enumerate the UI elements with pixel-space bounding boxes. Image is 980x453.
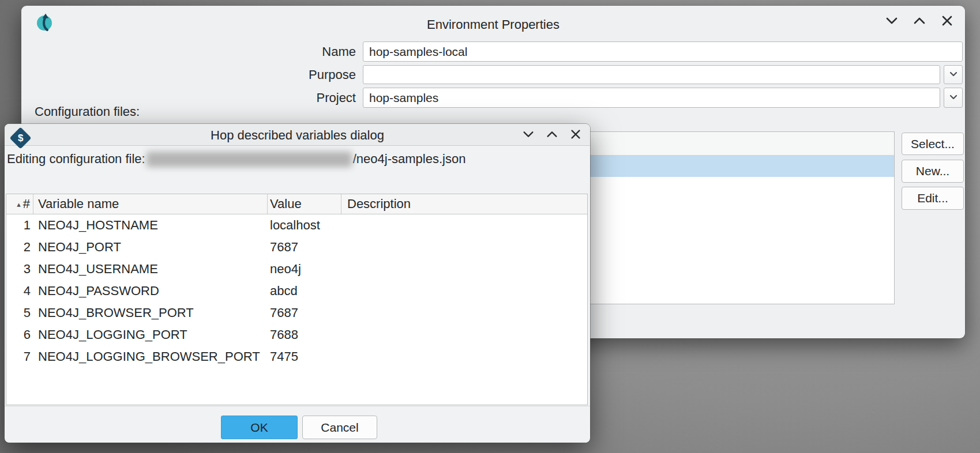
described-variables-dialog: $ Hop described variables dialog Editing — [5, 124, 590, 443]
table-row[interactable]: 4 NEO4J_PASSWORD abcd — [6, 280, 587, 302]
column-header-num[interactable]: ▴ # — [6, 194, 33, 214]
table-row[interactable]: 7 NEO4J_LOGGING_BROWSER_PORT 7475 — [6, 346, 587, 368]
dialog-title: Hop described variables dialog — [5, 128, 590, 143]
chevron-up-icon — [913, 14, 926, 29]
table-row[interactable]: 1 NEO4J_HOSTNAME localhost — [6, 214, 587, 236]
table-row[interactable]: 3 NEO4J_USERNAME neo4j — [6, 258, 587, 280]
editing-file-line: Editing configuration file: /neo4j-sampl… — [7, 150, 465, 168]
table-header-row: ▴ # Variable name Value Description — [6, 194, 587, 214]
chevron-down-icon — [885, 14, 899, 29]
purpose-label: Purpose — [212, 65, 356, 84]
column-header-value[interactable]: Value — [268, 194, 341, 214]
name-label: Name — [212, 41, 356, 62]
column-header-description[interactable]: Description — [341, 194, 587, 214]
project-label: Project — [212, 88, 356, 108]
window-title: Environment Properties — [21, 17, 965, 32]
maximize-button[interactable] — [912, 14, 927, 29]
chevron-down-icon — [949, 69, 958, 80]
dialog-controls — [521, 129, 582, 142]
table-row[interactable]: 5 NEO4J_BROWSER_PORT 7687 — [6, 302, 587, 324]
new-button[interactable]: New... — [902, 160, 964, 183]
project-dropdown-button[interactable] — [944, 88, 963, 108]
close-icon — [940, 14, 954, 29]
variables-table[interactable]: ▴ # Variable name Value Description 1 NE… — [6, 194, 588, 405]
close-icon — [569, 128, 582, 142]
table-row[interactable]: 2 NEO4J_PORT 7687 — [6, 236, 587, 258]
purpose-input[interactable] — [363, 65, 940, 84]
select-button[interactable]: Select... — [902, 133, 964, 155]
chevron-down-icon — [522, 128, 535, 142]
cancel-button[interactable]: Cancel — [302, 416, 377, 439]
redacted-file-path — [147, 152, 352, 167]
sort-ascending-icon: ▴ — [17, 201, 21, 208]
file-name: /neo4j-samples.json — [353, 152, 466, 167]
project-input[interactable] — [363, 88, 940, 108]
column-header-variable-name[interactable]: Variable name — [33, 194, 268, 214]
edit-button[interactable]: Edit... — [902, 187, 964, 210]
close-button[interactable] — [569, 129, 582, 142]
desktop: Environment Properties Name Purpose — [0, 0, 980, 453]
ok-button[interactable]: OK — [221, 416, 298, 439]
table-row[interactable]: 6 NEO4J_LOGGING_PORT 7688 — [6, 324, 587, 346]
purpose-dropdown-button[interactable] — [944, 65, 963, 84]
configuration-files-label: Configuration files: — [35, 104, 140, 119]
footer-separator — [5, 406, 590, 406]
editing-file-label: Editing configuration file: — [7, 152, 145, 167]
close-button[interactable] — [940, 14, 955, 29]
name-input[interactable] — [363, 41, 963, 62]
window-controls — [884, 14, 955, 29]
chevron-up-icon — [546, 128, 558, 142]
chevron-down-icon — [949, 92, 958, 103]
minimize-button[interactable] — [521, 129, 535, 142]
minimize-button[interactable] — [884, 14, 899, 29]
maximize-button[interactable] — [545, 129, 558, 142]
